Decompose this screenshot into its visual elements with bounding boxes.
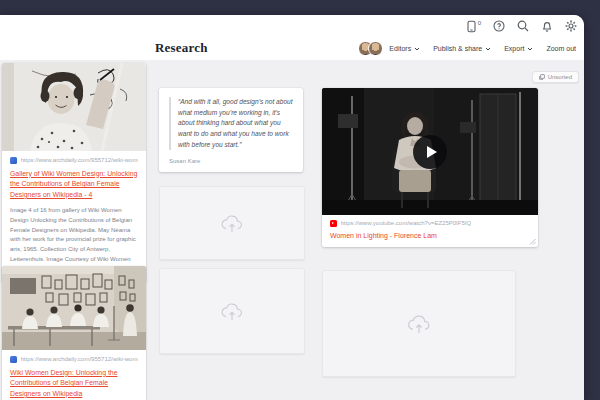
archdaily-favicon bbox=[10, 356, 17, 363]
upload-cloud-icon bbox=[406, 313, 432, 335]
upload-placeholder-card[interactable] bbox=[159, 186, 305, 260]
upload-placeholder-card[interactable] bbox=[159, 268, 305, 354]
youtube-favicon bbox=[330, 220, 337, 227]
quote-card[interactable]: “And with it all, good design’s not abou… bbox=[159, 88, 303, 172]
upload-cloud-icon bbox=[220, 301, 244, 322]
video-title[interactable]: Women in Lighting - Florence Lam bbox=[330, 232, 530, 239]
unsorted-icon bbox=[539, 74, 545, 80]
notifications-bell-icon[interactable] bbox=[541, 20, 553, 32]
link-card-article[interactable]: https://www.archdaily.com/955712/wiki-wo… bbox=[2, 266, 146, 400]
link-card-gallery[interactable]: https://www.archdaily.com/955712/wiki-wo… bbox=[2, 63, 146, 283]
export-menu[interactable]: Export bbox=[504, 45, 533, 52]
unsorted-tray-button[interactable]: Unsorted bbox=[532, 71, 579, 83]
classroom-photo[interactable] bbox=[2, 266, 146, 350]
video-url-row: https://www.youtube.com/watch?v=EZ25P0IF… bbox=[330, 220, 530, 227]
board-toolbar: Research Editors Publish & share Export bbox=[0, 39, 584, 59]
system-icon-bar: 0 bbox=[466, 20, 577, 33]
link-url[interactable]: https://www.archdaily.com/955712/wiki-wo… bbox=[21, 356, 139, 362]
search-icon[interactable] bbox=[517, 20, 529, 32]
app-root: { "colors": { "frame_bg": "#2e3043", "ca… bbox=[0, 0, 600, 400]
app-header: 0 bbox=[0, 15, 584, 60]
link-url-row: https://www.archdaily.com/955712/wiki-wo… bbox=[10, 157, 138, 164]
unsorted-label: Unsorted bbox=[548, 74, 572, 80]
upload-placeholder-card[interactable] bbox=[322, 270, 516, 377]
settings-gear-icon[interactable] bbox=[565, 20, 577, 32]
link-url-row: https://www.archdaily.com/955712/wiki-wo… bbox=[10, 356, 138, 363]
chevron-down-icon bbox=[527, 47, 533, 51]
video-thumbnail[interactable] bbox=[322, 88, 538, 215]
play-button[interactable] bbox=[413, 135, 447, 169]
quote-text: “And with it all, good design’s not abou… bbox=[169, 97, 293, 150]
zoom-out-button[interactable]: Zoom out bbox=[546, 45, 576, 52]
editors-menu[interactable]: Editors bbox=[389, 45, 420, 52]
quote-attribution: Susan Kare bbox=[169, 158, 293, 164]
portrait-photo[interactable] bbox=[2, 63, 146, 151]
link-url[interactable]: https://www.archdaily.com/955712/wiki-wo… bbox=[21, 157, 139, 163]
link-title[interactable]: Wiki Women Design: Unlocking the Contrib… bbox=[10, 368, 138, 400]
device-icon[interactable]: 0 bbox=[466, 20, 481, 33]
avatar[interactable] bbox=[368, 41, 383, 56]
board-canvas[interactable]: Unsorted bbox=[0, 60, 584, 400]
video-url[interactable]: https://www.youtube.com/watch?v=EZ25P0IF… bbox=[341, 220, 531, 226]
link-title[interactable]: Gallery of Wiki Women Design: Unlocking … bbox=[10, 169, 138, 201]
device-count-badge: 0 bbox=[478, 20, 481, 26]
board-controls: Editors Publish & share Export Zoom out bbox=[358, 41, 576, 56]
archdaily-favicon bbox=[10, 157, 17, 164]
link-description: Image 4 of 16 from gallery of Wiki Women… bbox=[10, 206, 138, 276]
chevron-down-icon bbox=[414, 47, 420, 51]
chevron-down-icon bbox=[485, 47, 491, 51]
upload-cloud-icon bbox=[220, 213, 244, 234]
resize-handle[interactable] bbox=[529, 238, 536, 245]
help-icon[interactable] bbox=[493, 20, 505, 32]
editor-avatars[interactable] bbox=[358, 41, 383, 56]
app-window: 0 bbox=[0, 15, 584, 400]
video-card[interactable]: https://www.youtube.com/watch?v=EZ25P0IF… bbox=[322, 88, 538, 247]
page-title: Research bbox=[155, 40, 208, 56]
publish-share-menu[interactable]: Publish & share bbox=[433, 45, 491, 52]
